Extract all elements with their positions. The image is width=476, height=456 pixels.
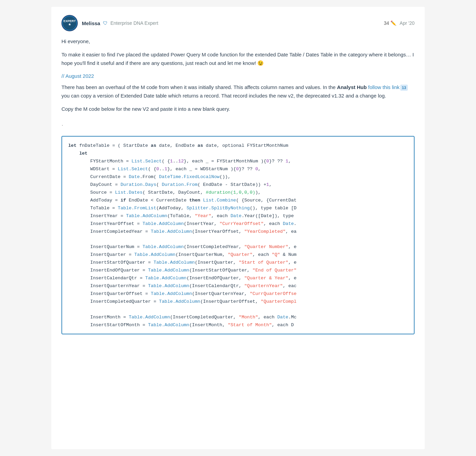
pencil-icon: ✏️ [390, 20, 396, 26]
post-header-left: EXPERT★ Melissa 🛡 Enterprise DNA Expert [61, 15, 158, 31]
avatar-label: EXPERT★ [63, 20, 76, 27]
bold-analyst-hub: Analyst Hub [337, 84, 367, 90]
post-date: Apr '20 [400, 20, 415, 26]
paragraph2: There has been an overhaul of the M code… [61, 83, 415, 100]
paragraph3: Copy the M code below for the new V2 and… [61, 105, 415, 113]
author-role: Enterprise DNA Expert [110, 20, 158, 26]
post-body: Hi everyone, To make it easier to find I… [61, 37, 415, 334]
likes-count: 34 [384, 20, 389, 26]
paragraph2-before-bold: There has been an overhaul of the M code… [61, 84, 337, 90]
post-likes: 34 ✏️ [384, 20, 397, 26]
link-badge: 13 [400, 85, 408, 91]
follow-link[interactable]: follow this link [368, 84, 400, 90]
shield-icon: 🛡 [103, 20, 108, 26]
post-container: EXPERT★ Melissa 🛡 Enterprise DNA Expert … [51, 7, 425, 449]
code-block-wrapper: let fnDateTable = ( StartDate as date, E… [61, 136, 415, 334]
code-block[interactable]: let fnDateTable = ( StartDate as date, E… [62, 137, 414, 334]
author-info: Melissa 🛡 Enterprise DNA Expert [82, 20, 158, 26]
post-meta-right: 34 ✏️ Apr '20 [384, 20, 415, 26]
paragraph1: To make it easier to find I've placed th… [61, 51, 415, 68]
author-name[interactable]: Melissa [82, 20, 100, 26]
separator: . [61, 118, 415, 129]
avatar: EXPERT★ [61, 15, 78, 31]
section-heading: // August 2022 [61, 72, 415, 81]
paragraph2-after-link: you can copy a version of Extended Date … [61, 93, 386, 99]
greeting: Hi everyone, [61, 37, 415, 46]
post-header: EXPERT★ Melissa 🛡 Enterprise DNA Expert … [61, 15, 415, 31]
avatar-inner: EXPERT★ [62, 16, 77, 31]
